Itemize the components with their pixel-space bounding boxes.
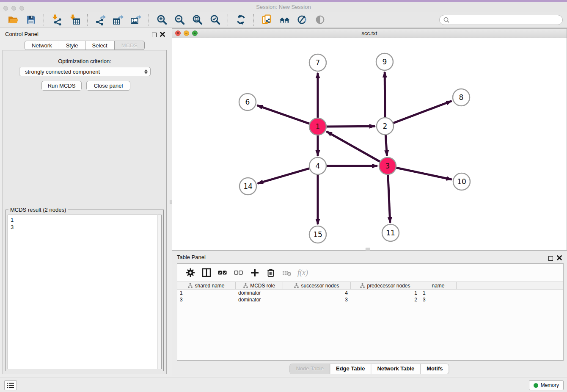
float-table-panel-icon[interactable]: [548, 256, 553, 261]
tab-network-table[interactable]: Network Table: [371, 364, 421, 374]
column-type-icon: [188, 283, 193, 288]
save-session-button[interactable]: [24, 13, 38, 27]
open-session-button[interactable]: [6, 13, 20, 27]
node-10[interactable]: 10: [453, 173, 470, 190]
node-8[interactable]: 8: [453, 89, 470, 106]
import-network-button[interactable]: [50, 13, 63, 27]
export-image-button[interactable]: [129, 13, 143, 27]
table-panel-tabs: Node TableEdge TableNetwork TableMotifs: [289, 364, 449, 374]
cell-shared-name: 1: [177, 290, 236, 296]
select-all-icon: [218, 268, 227, 277]
network-close-button[interactable]: ×: [175, 30, 181, 36]
node-label: 8: [459, 93, 464, 102]
node-3[interactable]: 3: [379, 157, 396, 174]
node-4[interactable]: 4: [309, 157, 326, 174]
edge-2-9[interactable]: [385, 72, 385, 117]
column-header-predecessor-nodes[interactable]: predecessor nodes: [351, 282, 420, 289]
node-label: 3: [385, 162, 390, 170]
memory-button[interactable]: Memory: [529, 380, 564, 390]
close-window-button[interactable]: [3, 6, 8, 11]
close-table-panel-icon[interactable]: [557, 254, 562, 262]
node-9[interactable]: 9: [376, 53, 393, 70]
column-header-shared-name[interactable]: shared name: [177, 282, 236, 289]
column-header-MCDS-role[interactable]: MCDS role: [236, 282, 283, 289]
column-settings-button[interactable]: [184, 266, 197, 279]
network-minimize-button[interactable]: −: [184, 30, 189, 36]
run-mcds-button[interactable]: Run MCDS: [41, 81, 82, 91]
mcds-result-scrollbar[interactable]: [157, 215, 162, 369]
horizontal-splitter-grip[interactable]: [366, 248, 370, 251]
zoom-out-button[interactable]: [173, 13, 186, 27]
tab-style[interactable]: Style: [59, 41, 85, 50]
tab-edge-table[interactable]: Edge Table: [330, 364, 371, 374]
zoom-selected-button[interactable]: [208, 13, 222, 27]
show-style-button[interactable]: [295, 13, 309, 27]
edge-3-11[interactable]: [388, 175, 390, 223]
node-11[interactable]: 11: [382, 224, 399, 241]
node-14[interactable]: 14: [239, 178, 256, 195]
minimize-window-button[interactable]: [11, 6, 16, 11]
column-header-label: successor nodes: [301, 283, 339, 289]
node-label: 14: [243, 182, 253, 190]
node-15[interactable]: 15: [309, 226, 326, 243]
network-maximize-button[interactable]: +: [192, 30, 198, 36]
delete-column-button[interactable]: [264, 266, 277, 279]
gear-icon: [186, 268, 195, 277]
zoom-fit-button[interactable]: [190, 13, 204, 27]
node-label: 15: [313, 230, 322, 239]
network-canvas[interactable]: 7968124314101511: [172, 38, 567, 250]
tab-motifs[interactable]: Motifs: [421, 364, 449, 374]
plus-icon: [250, 268, 259, 277]
show-hide-icon: [314, 14, 326, 25]
toolbar-separator: [87, 14, 88, 26]
criterion-dropdown[interactable]: strongly connected component: [19, 67, 151, 76]
show-hide-button[interactable]: [313, 13, 327, 27]
cell-shared-name: 3: [177, 296, 236, 303]
table-row[interactable]: 3dominator323: [177, 296, 563, 303]
tab-node-table[interactable]: Node Table: [290, 364, 330, 374]
table-header-row: shared nameMCDS rolesuccessor nodesprede…: [177, 282, 563, 290]
column-header-name[interactable]: name: [420, 282, 457, 289]
tab-network[interactable]: Network: [25, 41, 59, 50]
mcds-result-text[interactable]: 1 3: [8, 215, 157, 369]
deselect-all-button[interactable]: [232, 266, 245, 279]
close-panel-icon[interactable]: [160, 31, 165, 39]
edge-2-3[interactable]: [385, 135, 387, 156]
edge-1-6[interactable]: [257, 105, 310, 124]
cell-successor-nodes: 4: [283, 290, 351, 296]
node-7[interactable]: 7: [309, 54, 326, 71]
export-network-button[interactable]: [94, 13, 107, 27]
add-column-button[interactable]: [248, 266, 261, 279]
export-table-button[interactable]: [111, 13, 125, 27]
edge-4-14[interactable]: [258, 168, 309, 183]
close-panel-button[interactable]: Close panel: [86, 81, 130, 91]
import-table-button[interactable]: [68, 13, 81, 27]
tab-select[interactable]: Select: [85, 41, 114, 50]
node-2[interactable]: 2: [377, 118, 394, 135]
select-all-button[interactable]: [216, 266, 229, 279]
zoom-in-icon: [156, 14, 168, 25]
task-history-button[interactable]: [4, 380, 17, 390]
apply-layout-button[interactable]: [234, 13, 248, 27]
split-view-button[interactable]: [200, 266, 213, 279]
node-1[interactable]: 1: [309, 118, 326, 135]
float-panel-icon[interactable]: [152, 33, 157, 37]
edge-3-1[interactable]: [327, 132, 380, 162]
tab-mcds[interactable]: MCDS: [114, 41, 145, 50]
search-input[interactable]: [450, 17, 559, 23]
edge-3-10[interactable]: [396, 168, 452, 179]
delete-table-button[interactable]: [281, 266, 293, 279]
column-header-successor-nodes[interactable]: successor nodes: [283, 282, 351, 289]
zoom-in-button[interactable]: [155, 13, 168, 27]
function-builder-button[interactable]: f(x): [297, 268, 308, 277]
maximize-window-button[interactable]: [19, 6, 24, 11]
cell-name: 3: [420, 296, 457, 303]
node-6[interactable]: 6: [239, 94, 256, 110]
table-row[interactable]: 1dominator411: [177, 290, 563, 296]
first-neighbors-button[interactable]: [278, 13, 291, 27]
edge-2-8[interactable]: [394, 101, 452, 123]
clone-network-button[interactable]: [260, 13, 273, 27]
search-icon: [443, 17, 450, 23]
edge-1-2[interactable]: [327, 126, 375, 127]
node-label: 1: [316, 122, 320, 131]
